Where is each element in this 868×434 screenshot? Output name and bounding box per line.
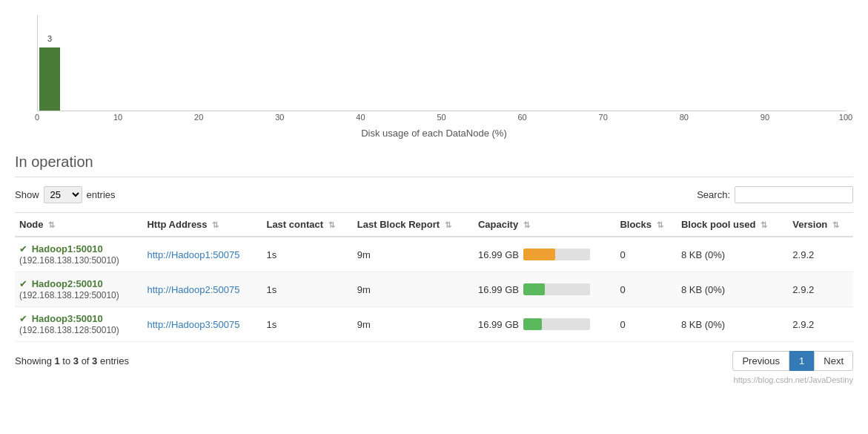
sort-icon-blocks[interactable]: ⇅ [657,220,663,230]
section-title: In operation [15,154,853,177]
check-icon: ✔ [19,313,27,324]
capacity-bar-container [523,249,590,260]
chart-bar: 3 [39,47,60,111]
show-entries-control: Show 10 25 50 100 entries [15,186,116,203]
capacity-bar-container [523,318,590,330]
sort-icon-node[interactable]: ⇅ [48,220,55,230]
check-icon: ✔ [19,278,27,289]
last-contact: 1s [262,237,352,272]
http-link[interactable]: http://Hadoop1:50075 [147,249,239,260]
col-contact: Last contact ⇅ [262,213,352,237]
table-row: ✔ Hadoop3:50010 (192.168.138.128:50010) … [15,307,853,342]
col-version: Version ⇅ [788,213,853,237]
check-icon: ✔ [19,243,27,254]
capacity-cell: 16.99 GB [478,318,611,330]
show-label: Show [15,189,39,200]
block-pool-used: 8 KB (0%) [677,307,788,342]
node-name: Hadoop1:50010 [32,243,103,254]
x-tick-20: 20 [194,113,203,122]
watermark: https://blog.csdn.net/JavaDestiny [15,375,853,384]
x-tick-100: 100 [839,113,852,122]
version: 2.9.2 [788,237,853,272]
sort-icon-http[interactable]: ⇅ [212,220,219,230]
x-tick-70: 70 [599,113,608,122]
table-row: ✔ Hadoop2:50010 (192.168.138.129:50010) … [15,272,853,307]
x-tick-10: 10 [113,113,122,122]
x-tick-90: 90 [761,113,769,122]
x-tick-40: 40 [356,113,365,122]
page-1-button[interactable]: 1 [789,351,814,371]
node-name: Hadoop3:50010 [32,313,103,324]
chart-title: Disk usage of each DataNode (%) [15,128,853,139]
next-button[interactable]: Next [814,351,853,371]
capacity-cell: 16.99 GB [478,249,611,260]
x-tick-60: 60 [517,113,526,122]
blocks: 0 [615,272,677,307]
blocks: 0 [615,237,677,272]
search-label: Search: [697,189,730,200]
table-row: ✔ Hadoop1:50010 (192.168.138.130:50010) … [15,237,853,272]
pagination-buttons: Previous 1 Next [732,351,853,371]
x-tick-30: 30 [275,113,284,122]
capacity-bar-fill [523,283,545,295]
entries-label: entries [87,189,116,200]
x-tick-50: 50 [437,113,445,122]
capacity-value: 16.99 GB [478,249,519,260]
node-ip: (192.168.138.128:50010) [19,325,119,335]
bar-value-label: 3 [47,34,52,43]
datanodes-table: Node ⇅ Http Address ⇅ Last contact ⇅ Las… [15,212,853,342]
col-capacity: Capacity ⇅ [474,213,615,237]
sort-icon-contact[interactable]: ⇅ [328,220,335,230]
col-node: Node ⇅ [15,213,142,237]
sort-icon-blockpool[interactable]: ⇅ [761,220,767,230]
search-box: Search: [697,186,853,203]
last-block-report: 9m [353,272,474,307]
disk-usage-chart: 3 0 10 20 30 40 50 60 70 80 90 100 Disk … [15,7,853,139]
capacity-cell: 16.99 GB [478,283,611,295]
entries-select[interactable]: 10 25 50 100 [44,186,82,203]
node-ip: (192.168.138.130:50010) [19,255,119,266]
block-pool-used: 8 KB (0%) [677,237,788,272]
col-blockreport: Last Block Report ⇅ [353,213,474,237]
block-pool-used: 8 KB (0%) [677,272,788,307]
capacity-value: 16.99 GB [478,319,519,330]
col-http: Http Address ⇅ [142,213,262,237]
capacity-value: 16.99 GB [478,284,519,295]
table-header-row: Node ⇅ Http Address ⇅ Last contact ⇅ Las… [15,213,853,237]
sort-icon-version[interactable]: ⇅ [832,220,839,230]
x-tick-0: 0 [35,113,39,122]
prev-button[interactable]: Previous [732,351,789,371]
version: 2.9.2 [788,272,853,307]
col-blocks: Blocks ⇅ [615,213,677,237]
http-link[interactable]: http://Hadoop3:50075 [147,319,239,330]
last-contact: 1s [262,307,352,342]
search-input[interactable] [735,186,853,203]
http-link[interactable]: http://Hadoop2:50075 [147,284,239,295]
capacity-bar-container [523,283,590,295]
sort-icon-blockreport[interactable]: ⇅ [445,220,451,230]
last-block-report: 9m [353,237,474,272]
x-tick-80: 80 [680,113,689,122]
node-ip: (192.168.138.129:50010) [19,290,119,300]
last-block-report: 9m [353,307,474,342]
capacity-bar-fill [523,249,555,260]
version: 2.9.2 [788,307,853,342]
blocks: 0 [615,307,677,342]
node-name: Hadoop2:50010 [32,278,103,289]
pagination-area: Showing 1 to 3 of 3 entries Previous 1 N… [15,351,853,371]
table-controls: Show 10 25 50 100 entries Search: [15,186,853,203]
capacity-bar-fill [523,318,542,330]
sort-icon-capacity[interactable]: ⇅ [523,220,530,230]
showing-text: Showing 1 to 3 of 3 entries [15,355,129,366]
col-blockpool: Block pool used ⇅ [677,213,788,237]
last-contact: 1s [262,272,352,307]
